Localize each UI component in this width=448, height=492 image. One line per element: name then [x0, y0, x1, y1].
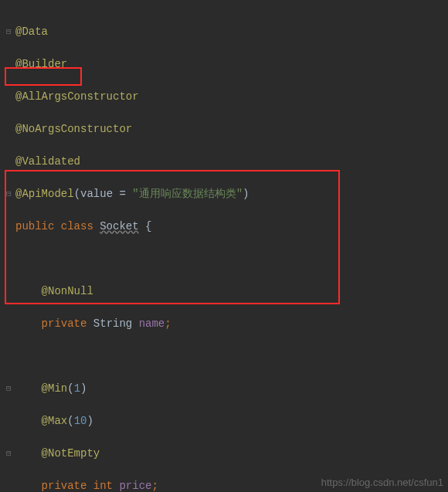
field-name: name [139, 317, 165, 330]
annotation-allargs: @AllArgsConstructor [15, 90, 139, 103]
fold-icon[interactable]: ⊟ [6, 446, 15, 462]
annotation-notempty: @NotEmpty [42, 447, 100, 460]
highlight-box-fields [5, 170, 340, 304]
annotation-min: @Min [42, 382, 68, 395]
annotation-validated: @Validated [15, 155, 80, 168]
code-editor[interactable]: ⊟@Data @Builder @AllArgsConstructor @NoA… [0, 0, 448, 492]
highlight-box-validated [5, 67, 82, 86]
fold-icon[interactable]: ⊟ [6, 381, 15, 397]
field-price: price [119, 480, 151, 492]
annotation-noargs: @NoArgsConstructor [15, 123, 132, 135]
annotation-max: @Max [42, 415, 68, 427]
fold-icon[interactable]: ⊟ [6, 24, 15, 40]
watermark: https://blog.csdn.net/csfun1 [321, 474, 443, 490]
annotation-data: @Data [15, 25, 48, 38]
